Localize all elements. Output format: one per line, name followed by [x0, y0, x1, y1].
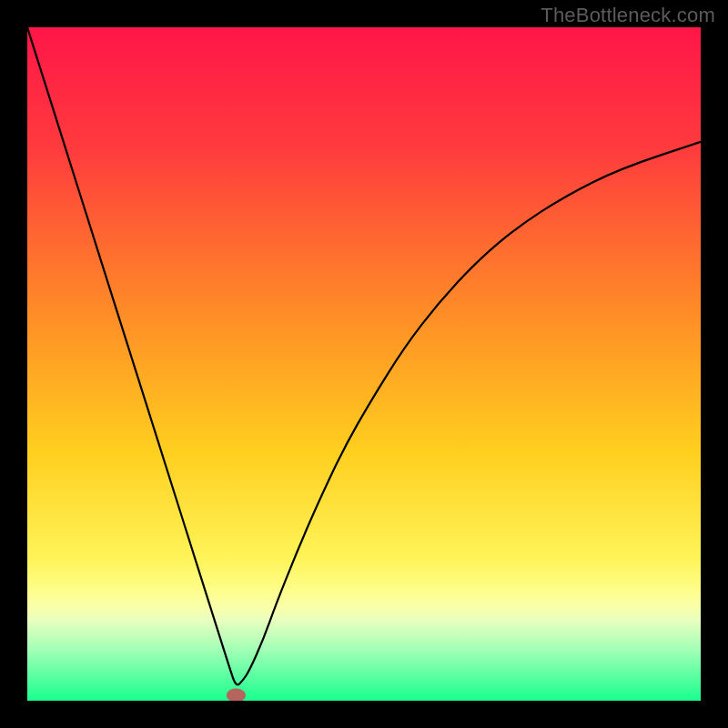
chart-background	[27, 27, 701, 701]
chart-plot	[27, 27, 701, 701]
chart-frame: TheBottleneck.com	[0, 0, 728, 728]
min-marker	[227, 689, 246, 701]
watermark-text: TheBottleneck.com	[541, 4, 715, 27]
